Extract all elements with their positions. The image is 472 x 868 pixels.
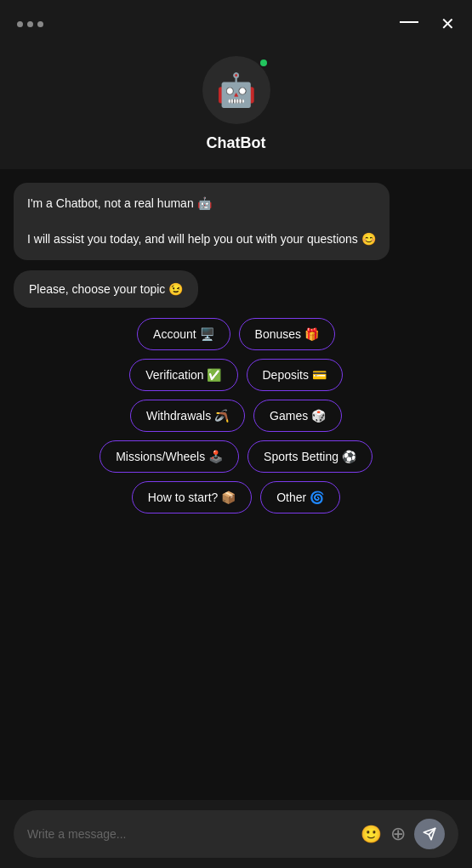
add-icon[interactable]: ⊕	[390, 823, 406, 845]
send-button[interactable]	[414, 819, 445, 849]
send-icon	[423, 827, 436, 841]
dot-3	[37, 21, 43, 27]
bot-message-1: I'm a Chatbot, not a real human 🤖I will …	[14, 183, 390, 260]
button-row-2: Verification ✅ Deposits 💳	[17, 359, 455, 391]
button-row-3: Withdrawals 🪃 Games 🎲	[17, 400, 455, 432]
deposits-button[interactable]: Deposits 💳	[247, 359, 343, 391]
other-button[interactable]: Other 🌀	[260, 481, 340, 513]
withdrawals-button[interactable]: Withdrawals 🪃	[130, 400, 245, 432]
bot-message-text: I'm a Chatbot, not a real human 🤖I will …	[27, 196, 376, 246]
chatbot-header: 🤖 ChatBot	[0, 48, 472, 169]
close-button[interactable]: ✕	[441, 14, 455, 34]
missions-button[interactable]: Missions/Wheels 🕹️	[100, 440, 239, 473]
window-dots	[17, 21, 43, 27]
user-message-text: Please, choose your topic 😉	[29, 282, 183, 296]
user-message-1: Please, choose your topic 😉	[14, 270, 198, 308]
input-container: 🙂 ⊕	[14, 810, 458, 858]
minimize-icon	[400, 21, 418, 23]
verification-button[interactable]: Verification ✅	[129, 359, 237, 391]
message-input[interactable]	[27, 827, 352, 841]
button-row-5: How to start? 📦 Other 🌀	[17, 481, 455, 513]
button-row-4: Missions/Wheels 🕹️ Sports Betting ⚽	[17, 440, 455, 473]
avatar-container: 🤖	[202, 56, 270, 124]
bot-name: ChatBot	[207, 134, 266, 152]
button-row-1: Account 🖥️ Bonuses 🎁	[17, 318, 455, 350]
online-indicator	[259, 58, 269, 68]
dot-1	[17, 21, 23, 27]
bonuses-button[interactable]: Bonuses 🎁	[239, 318, 335, 350]
minimize-button[interactable]	[395, 20, 424, 28]
avatar-emoji: 🤖	[216, 71, 256, 109]
window-controls: ✕	[395, 14, 455, 34]
input-icons: 🙂 ⊕	[361, 819, 445, 849]
how-to-start-button[interactable]: How to start? 📦	[132, 481, 252, 513]
chat-area: I'm a Chatbot, not a real human 🤖I will …	[0, 169, 472, 800]
dot-2	[27, 21, 33, 27]
top-bar: ✕	[0, 0, 472, 48]
topic-buttons-container: Account 🖥️ Bonuses 🎁 Verification ✅ Depo…	[14, 318, 458, 513]
account-button[interactable]: Account 🖥️	[137, 318, 230, 350]
input-area: 🙂 ⊕	[0, 800, 472, 868]
games-button[interactable]: Games 🎲	[253, 400, 342, 432]
emoji-icon[interactable]: 🙂	[361, 824, 382, 844]
sports-betting-button[interactable]: Sports Betting ⚽	[247, 440, 372, 473]
